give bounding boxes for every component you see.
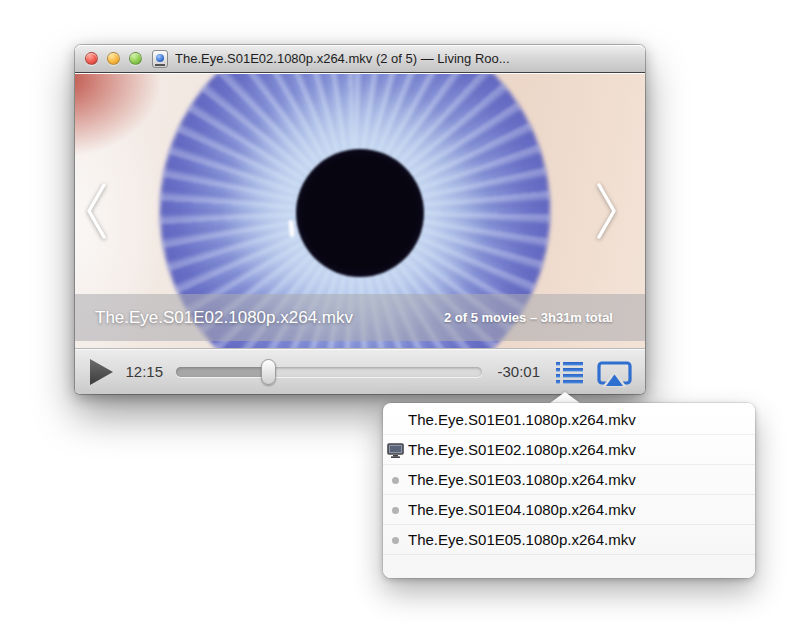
close-button[interactable] bbox=[85, 52, 98, 65]
previous-movie-button[interactable] bbox=[84, 182, 108, 240]
overlay-filename: The.Eye.S01E02.1080p.x264.mkv bbox=[95, 308, 353, 328]
chevron-left-icon bbox=[84, 182, 108, 240]
playlist-icon bbox=[556, 362, 583, 384]
chevron-right-icon bbox=[595, 182, 619, 240]
playlist-popover: The.Eye.S01E01.1080p.x264.mkv The.Eye.S0… bbox=[383, 403, 755, 578]
playlist-button[interactable] bbox=[556, 362, 583, 384]
video-info-overlay: The.Eye.S01E02.1080p.x264.mkv 2 of 5 mov… bbox=[75, 294, 645, 341]
remaining-time: -30:01 bbox=[478, 363, 540, 380]
bullet-icon bbox=[383, 525, 408, 555]
playlist-item-label: The.Eye.S01E01.1080p.x264.mkv bbox=[408, 411, 636, 428]
marker-empty bbox=[383, 405, 408, 435]
playlist-item-label: The.Eye.S01E04.1080p.x264.mkv bbox=[408, 501, 636, 518]
control-bar: 12:15 -30:01 bbox=[75, 348, 645, 394]
play-button[interactable] bbox=[88, 358, 114, 386]
eye-pupil bbox=[296, 149, 424, 277]
playlist-item-label: The.Eye.S01E03.1080p.x264.mkv bbox=[408, 471, 636, 488]
display-icon bbox=[383, 435, 408, 465]
minimize-button[interactable] bbox=[107, 52, 120, 65]
playlist-item-playing[interactable]: The.Eye.S01E02.1080p.x264.mkv bbox=[383, 435, 755, 465]
bullet-icon bbox=[383, 465, 408, 495]
elapsed-time: 12:15 bbox=[117, 363, 163, 380]
desktop: The.Eye.S01E02.1080p.x264.mkv (2 of 5) —… bbox=[0, 0, 800, 633]
seek-slider[interactable] bbox=[176, 367, 482, 377]
window-title: The.Eye.S01E02.1080p.x264.mkv (2 of 5) —… bbox=[175, 45, 637, 73]
seek-slider-thumb[interactable] bbox=[261, 359, 276, 385]
app-icon-base bbox=[155, 64, 165, 66]
playlist-item[interactable]: The.Eye.S01E01.1080p.x264.mkv bbox=[383, 405, 755, 435]
playlist-item-label: The.Eye.S01E02.1080p.x264.mkv bbox=[408, 441, 636, 458]
play-icon bbox=[88, 358, 114, 386]
playlist-item-label: The.Eye.S01E05.1080p.x264.mkv bbox=[408, 531, 636, 548]
popover-arrow bbox=[550, 392, 580, 403]
window-controls bbox=[85, 52, 142, 65]
next-movie-button[interactable] bbox=[595, 182, 619, 240]
overlay-playlist-status: 2 of 5 movies – 3h31m total bbox=[444, 310, 613, 325]
video-canvas[interactable]: The.Eye.S01E02.1080p.x264.mkv 2 of 5 mov… bbox=[75, 74, 645, 348]
playlist-item[interactable]: The.Eye.S01E04.1080p.x264.mkv bbox=[383, 495, 755, 525]
seek-slider-fill bbox=[176, 367, 268, 377]
app-icon bbox=[152, 50, 168, 68]
player-window: The.Eye.S01E02.1080p.x264.mkv (2 of 5) —… bbox=[75, 45, 645, 394]
app-icon-dot bbox=[156, 54, 164, 62]
airplay-button[interactable] bbox=[597, 361, 632, 387]
playlist-item[interactable]: The.Eye.S01E05.1080p.x264.mkv bbox=[383, 525, 755, 555]
zoom-button[interactable] bbox=[129, 52, 142, 65]
title-bar: The.Eye.S01E02.1080p.x264.mkv (2 of 5) —… bbox=[75, 45, 645, 73]
airplay-icon bbox=[597, 361, 632, 387]
playlist-item[interactable]: The.Eye.S01E03.1080p.x264.mkv bbox=[383, 465, 755, 495]
bullet-icon bbox=[383, 495, 408, 525]
